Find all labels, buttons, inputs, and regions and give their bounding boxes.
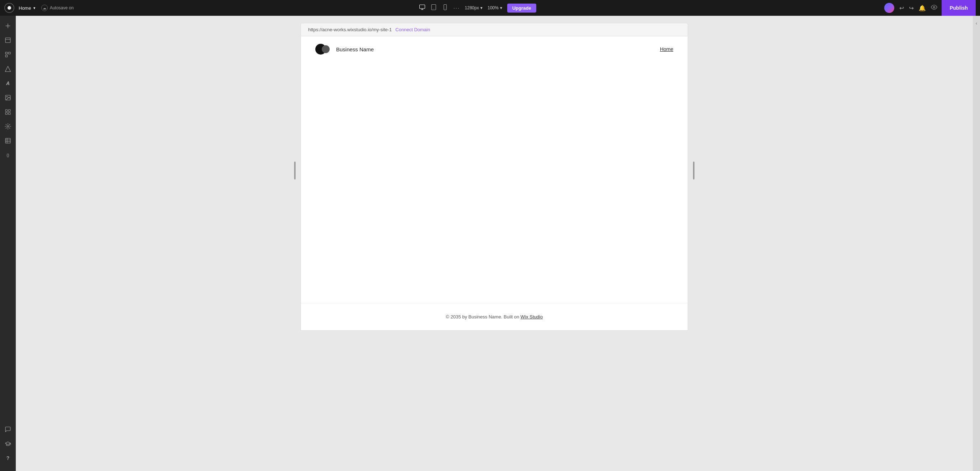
interactions-icon[interactable] <box>2 120 14 133</box>
preview-button[interactable] <box>931 4 937 12</box>
logo-circle-right <box>322 45 330 53</box>
left-sidebar: A {} ? <box>0 16 16 471</box>
topbar-center: ··· 1280px ▾ 100% ▾ Upgrade <box>78 3 877 13</box>
undo-button[interactable]: ↩ <box>899 5 904 11</box>
upgrade-button[interactable]: Upgrade <box>507 3 536 13</box>
apps-icon[interactable] <box>2 105 14 118</box>
right-panel-toggle[interactable]: ‹ <box>973 16 980 471</box>
notifications-button[interactable]: 🔔 <box>919 5 926 11</box>
main-layout: A {} ? Desktop (Prima <box>0 16 980 471</box>
learn-button[interactable] <box>2 437 14 450</box>
svg-rect-21 <box>9 113 10 115</box>
layers-icon[interactable] <box>2 48 14 61</box>
site-header: Business Name Home <box>301 36 688 62</box>
site-footer: © 2035 by Business Name. Built on Wix St… <box>301 303 688 330</box>
resolution-chevron-icon: ▾ <box>480 5 482 10</box>
media-icon[interactable] <box>2 91 14 104</box>
svg-point-17 <box>6 96 7 97</box>
svg-rect-13 <box>9 52 10 54</box>
fonts-icon[interactable]: A <box>2 77 14 90</box>
page-name: Home <box>19 5 31 11</box>
mobile-device-button[interactable] <box>442 4 449 12</box>
page-canvas: Business Name Home © 2035 by Business Na… <box>301 36 688 330</box>
page-chevron-icon: ▾ <box>33 6 35 10</box>
logo-icon <box>315 43 332 55</box>
url-bar: https://acne-works.wixstudio.io/my-site-… <box>301 23 688 36</box>
sidebar-bottom: ? <box>2 423 14 468</box>
elements-icon[interactable] <box>2 62 14 75</box>
autosave-label: Autosave on <box>50 5 74 10</box>
wix-logo[interactable] <box>4 3 14 13</box>
business-name: Business Name <box>336 46 374 53</box>
canvas-area: Desktop (Primary) □ https://acne-works.w… <box>16 16 973 471</box>
site-logo: Business Name <box>315 43 374 55</box>
resolution-selector[interactable]: 1280px ▾ <box>465 5 482 10</box>
svg-rect-12 <box>5 52 7 54</box>
topbar-right-controls: ↩ ↪ 🔔 <box>884 3 937 13</box>
svg-rect-10 <box>5 38 10 43</box>
cloud-icon: ☁ <box>41 5 48 11</box>
svg-rect-20 <box>5 113 7 115</box>
chat-button[interactable] <box>2 423 14 436</box>
svg-rect-0 <box>420 5 425 9</box>
page-selector[interactable]: Home ▾ <box>19 5 35 11</box>
svg-rect-14 <box>5 55 7 57</box>
autosave-indicator: ☁ Autosave on <box>41 5 74 11</box>
site-preview: https://acne-works.wixstudio.io/my-site-… <box>301 23 688 330</box>
zoom-chevron-icon: ▾ <box>500 5 502 10</box>
redo-button[interactable]: ↪ <box>909 5 914 11</box>
page-main-content <box>301 62 688 303</box>
avatar[interactable] <box>884 3 894 13</box>
publish-button[interactable]: Publish <box>942 0 976 16</box>
zoom-selector[interactable]: 100% ▾ <box>487 5 502 10</box>
svg-rect-3 <box>431 5 436 10</box>
footer-text: © 2035 by Business Name. Built on <box>446 314 520 319</box>
more-devices-button[interactable]: ··· <box>453 5 460 11</box>
connect-domain-button[interactable]: Connect Domain <box>395 27 430 32</box>
footer-wix-link[interactable]: Wix Studio <box>520 314 543 319</box>
svg-marker-15 <box>5 66 11 72</box>
tablet-device-button[interactable] <box>430 4 437 12</box>
svg-rect-19 <box>9 110 10 111</box>
zoom-value: 100% <box>487 5 499 10</box>
table-icon[interactable] <box>2 134 14 147</box>
desktop-device-button[interactable] <box>419 4 425 12</box>
nav-home-link[interactable]: Home <box>660 46 673 52</box>
pages-icon[interactable] <box>2 34 14 47</box>
svg-rect-18 <box>5 110 7 111</box>
resize-handle-right[interactable] <box>693 161 694 179</box>
help-button[interactable]: ? <box>2 452 14 465</box>
add-button[interactable] <box>2 19 14 32</box>
url-text: https://acne-works.wixstudio.io/my-site-… <box>308 27 392 32</box>
svg-rect-5 <box>444 5 447 10</box>
svg-point-22 <box>7 126 9 128</box>
code-icon[interactable]: {} <box>2 148 14 161</box>
site-nav: Home <box>660 46 673 53</box>
topbar: Home ▾ ☁ Autosave on ··· 1280px ▾ 100% ▾… <box>0 0 980 16</box>
svg-point-7 <box>933 6 935 8</box>
right-panel-arrow-icon: ‹ <box>976 21 977 26</box>
resize-handle-left[interactable] <box>294 161 296 179</box>
canvas-wrapper: Desktop (Primary) □ https://acne-works.w… <box>301 23 688 330</box>
svg-rect-23 <box>5 138 10 143</box>
resolution-value: 1280px <box>465 5 479 10</box>
